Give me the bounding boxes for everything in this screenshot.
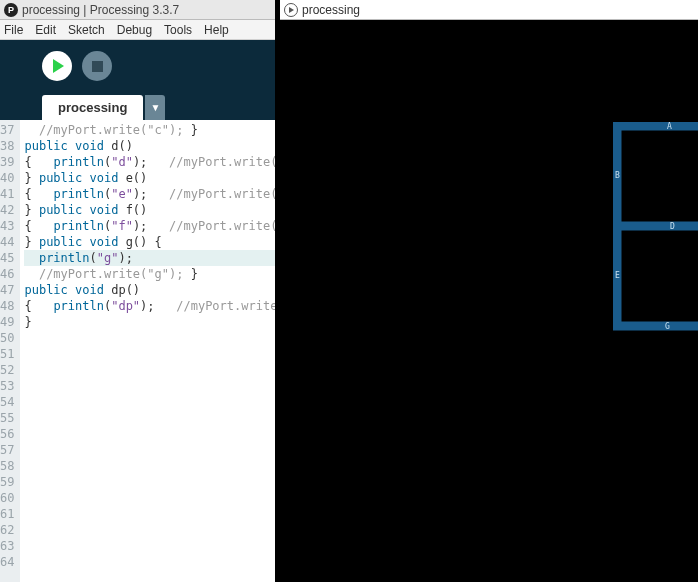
line-number: 51	[0, 346, 14, 362]
line-number: 64	[0, 554, 14, 570]
code-line[interactable]: println("g");	[24, 250, 275, 266]
line-number: 50	[0, 330, 14, 346]
segment-g	[613, 322, 698, 330]
code-line[interactable]: println("d");	[39, 155, 147, 169]
line-number: 49	[0, 314, 14, 330]
code-line[interactable]: }	[191, 267, 198, 281]
menu-edit[interactable]: Edit	[35, 23, 56, 37]
tab-bar: processing ▼	[0, 92, 275, 120]
line-number: 46	[0, 266, 14, 282]
line-number: 62	[0, 522, 14, 538]
line-number: 58	[0, 458, 14, 474]
processing-logo-icon: P	[4, 3, 18, 17]
line-number: 60	[0, 490, 14, 506]
menu-help[interactable]: Help	[204, 23, 229, 37]
line-number: 44	[0, 234, 14, 250]
segment-d	[613, 222, 698, 230]
code-line[interactable]: //myPort.write("f");	[155, 219, 275, 233]
menu-sketch[interactable]: Sketch	[68, 23, 105, 37]
menu-bar: File Edit Sketch Debug Tools Help	[0, 20, 275, 40]
code-line[interactable]: public void f()	[39, 203, 147, 217]
play-icon	[53, 59, 64, 73]
segment-label-d: D	[670, 222, 675, 231]
sketch-window-icon	[284, 3, 298, 17]
code-line[interactable]: {	[24, 299, 31, 313]
code-line[interactable]: public void d()	[24, 139, 132, 153]
code-line[interactable]: println("dp");	[39, 299, 155, 313]
segment-label-g: G	[665, 322, 670, 331]
line-number: 40	[0, 170, 14, 186]
line-number: 59	[0, 474, 14, 490]
line-number: 52	[0, 362, 14, 378]
code-line[interactable]: {	[24, 219, 31, 233]
line-number: 54	[0, 394, 14, 410]
line-number: 42	[0, 202, 14, 218]
code-line[interactable]: }	[24, 235, 31, 249]
line-number: 55	[0, 410, 14, 426]
code-line[interactable]: }	[24, 315, 31, 329]
menu-file[interactable]: File	[4, 23, 23, 37]
line-number: 47	[0, 282, 14, 298]
segment-label-e: E	[615, 271, 620, 280]
toolbar	[0, 40, 275, 92]
code-line[interactable]: //myPort.write("c");	[24, 123, 183, 137]
gutter: 3738394041424344454647484950515253545556…	[0, 120, 20, 582]
code-line[interactable]: {	[24, 187, 31, 201]
output-title: processing	[302, 3, 360, 17]
line-number: 56	[0, 426, 14, 442]
segment-label-a: A	[667, 122, 672, 131]
line-number: 38	[0, 138, 14, 154]
code-line[interactable]: println("f");	[39, 219, 147, 233]
seven-segment-display: A B D E G	[613, 122, 698, 337]
line-number: 48	[0, 298, 14, 314]
tab-dropdown-button[interactable]: ▼	[145, 95, 165, 120]
code-area[interactable]: //myPort.write("c"); } public void d() {…	[20, 120, 275, 582]
ide-title: processing | Processing 3.3.7	[22, 3, 179, 17]
code-line[interactable]: }	[191, 123, 198, 137]
segment-a	[613, 122, 698, 130]
tab-processing[interactable]: processing	[42, 95, 143, 120]
segment-label-b: B	[615, 171, 620, 180]
code-line[interactable]: //myPort.write("d");	[155, 155, 275, 169]
chevron-down-icon: ▼	[150, 102, 160, 113]
menu-tools[interactable]: Tools	[164, 23, 192, 37]
ide-title-bar: P processing | Processing 3.3.7	[0, 0, 275, 20]
code-editor[interactable]: 3738394041424344454647484950515253545556…	[0, 120, 275, 582]
menu-debug[interactable]: Debug	[117, 23, 152, 37]
code-line[interactable]: println("e");	[39, 187, 147, 201]
line-number: 63	[0, 538, 14, 554]
line-number: 37	[0, 122, 14, 138]
code-line[interactable]: }	[24, 203, 31, 217]
line-number: 53	[0, 378, 14, 394]
ide-window: P processing | Processing 3.3.7 File Edi…	[0, 0, 275, 582]
code-line[interactable]: }	[24, 171, 31, 185]
line-number: 39	[0, 154, 14, 170]
code-line[interactable]: //myPort.write("g");	[24, 267, 183, 281]
line-number: 61	[0, 506, 14, 522]
line-number: 43	[0, 218, 14, 234]
code-line[interactable]: {	[155, 235, 162, 249]
code-line[interactable]: public void e()	[39, 171, 147, 185]
stop-button[interactable]	[82, 51, 112, 81]
line-number: 41	[0, 186, 14, 202]
run-button[interactable]	[42, 51, 72, 81]
sketch-output-window: processing A B D E G	[280, 0, 698, 582]
code-line[interactable]: //myPort.write("e");	[155, 187, 275, 201]
play-icon	[289, 7, 294, 13]
code-line[interactable]: //myPort.write("h");	[162, 299, 275, 313]
code-line[interactable]: {	[24, 155, 31, 169]
line-number: 45	[0, 250, 14, 266]
output-title-bar: processing	[280, 0, 698, 20]
code-line[interactable]: public void g()	[39, 235, 147, 249]
code-line[interactable]: public void dp()	[24, 283, 140, 297]
stop-icon	[92, 61, 103, 72]
line-number: 57	[0, 442, 14, 458]
